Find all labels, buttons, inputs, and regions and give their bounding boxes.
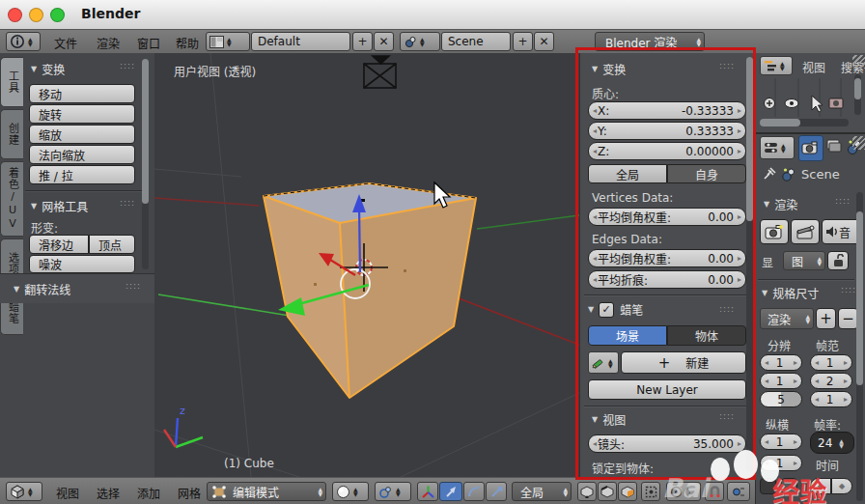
panel-header-transform[interactable]: ▼ 变换 [31, 61, 65, 77]
translate-manipulator-button[interactable] [439, 482, 462, 501]
increment-arrow-icon[interactable]: ▸ [737, 275, 742, 284]
tab-create[interactable]: 创建 [0, 109, 23, 159]
outliner-scrollbar-thumb[interactable] [854, 78, 861, 99]
median-y-slider[interactable]: ◂ Y: 0.33333 ▸ [588, 122, 746, 140]
resolution-x-field[interactable]: ◂1▸ [760, 354, 802, 371]
vertex-bevel-weight-slider[interactable]: ◂ 平均倒角权重: 0.00 ▸ [588, 208, 746, 226]
panel-header-dimensions[interactable]: ▼ 规格尺寸 [762, 285, 819, 301]
npanel-scrollbar[interactable] [746, 57, 753, 472]
close-layout-button[interactable]: ✕ [374, 32, 394, 51]
pivot-point-dropdown[interactable]: ▲▼ [375, 482, 411, 501]
menu-render[interactable]: 渲染 [93, 35, 124, 51]
noise-button[interactable]: 噪波 [29, 255, 135, 273]
outliner-type-selector[interactable]: ▲▼ [760, 56, 793, 75]
grease-pencil-checkbox[interactable]: ✓ [599, 302, 614, 318]
toolshelf-scrollbar-thumb[interactable] [142, 59, 149, 204]
menu-view[interactable]: 视图 [52, 485, 83, 501]
scene-name-field[interactable]: Scene [441, 32, 511, 51]
increment-arrow-icon[interactable]: ▸ [737, 147, 742, 155]
resolution-y-field[interactable]: ◂1▸ [760, 373, 802, 389]
panel-grip-icon[interactable]: :::: [126, 281, 141, 291]
render-image-button[interactable] [760, 219, 789, 244]
render-engine-dropdown[interactable]: Blender 渲染 ▲▼ [595, 32, 705, 51]
manipulator-toggle-button[interactable] [417, 482, 438, 501]
render-preset-dropdown[interactable]: 渲染 ▲▼ [760, 308, 814, 329]
region-corner-widget[interactable] [852, 136, 865, 150]
increment-arrow-icon[interactable]: ▸ [843, 377, 849, 385]
panel-grip-icon[interactable]: :::: [120, 198, 135, 208]
display-mode-dropdown[interactable]: 图 ▲▼ [783, 251, 825, 270]
resolution-percentage-slider[interactable]: 5 [760, 391, 802, 407]
region-corner-widget[interactable] [852, 55, 865, 69]
slide-vertex-button[interactable]: 顶点 [89, 235, 135, 254]
camera-object[interactable] [364, 56, 396, 88]
grease-scene-tab[interactable]: 场景 [588, 325, 667, 346]
increment-arrow-icon[interactable]: ▸ [843, 395, 849, 404]
frame-step-field[interactable]: ◂1▸ [810, 391, 852, 407]
panel-grip-icon[interactable]: :::: [835, 196, 851, 206]
increment-arrow-icon[interactable]: ▸ [793, 358, 798, 367]
toolshelf-scrollbar[interactable] [142, 59, 149, 269]
slide-edge-button[interactable]: 滑移边 [29, 235, 89, 254]
panel-header-mesh-tools[interactable]: ▼ 网格工具 [31, 198, 88, 214]
menu-file[interactable]: 文件 [50, 35, 81, 51]
edge-bevel-weight-slider[interactable]: ◂ 平均倒角权重: 0.00 ▸ [588, 249, 746, 267]
global-toggle-button[interactable]: 全局 [588, 164, 667, 183]
outliner-menu-view[interactable]: 视图 [802, 59, 825, 75]
grease-object-tab[interactable]: 物体 [667, 325, 746, 346]
rotate-manipulator-button[interactable] [463, 482, 485, 501]
median-z-slider[interactable]: ◂ Z: 0.00000 ▸ [588, 142, 746, 160]
vertex-select-button[interactable] [577, 482, 597, 501]
panel-grip-icon[interactable]: :::: [719, 304, 735, 314]
close-scene-button[interactable]: ✕ [534, 32, 554, 51]
menu-mesh[interactable]: 网格 [174, 485, 205, 501]
panel-header-transform[interactable]: ▼ 变换 [592, 61, 626, 77]
frame-start-field[interactable]: ◂1▸ [810, 354, 852, 371]
frame-end-field[interactable]: ◂2▸ [810, 373, 852, 389]
menu-select[interactable]: 选择 [93, 485, 124, 501]
new-layer-button[interactable]: New Layer [588, 379, 746, 400]
shrink-fatten-button[interactable]: 法向缩放 [29, 145, 135, 164]
maximize-window-button[interactable] [50, 8, 65, 22]
menu-window[interactable]: 窗口 [133, 35, 164, 51]
push-pull-button[interactable]: 推 / 拉 [29, 165, 135, 184]
outliner-hscrollbar-thumb[interactable] [760, 119, 800, 126]
local-toggle-button[interactable]: 自身 [667, 164, 746, 183]
tab-render-layers[interactable] [823, 137, 844, 157]
add-scene-button[interactable]: + [513, 32, 533, 51]
npanel-scrollbar-thumb[interactable] [746, 57, 753, 221]
panel-header-grease-pencil[interactable]: ▼ ✓ 蜡笔 [588, 301, 643, 318]
rotate-button[interactable]: 旋转 [29, 104, 135, 124]
menu-help[interactable]: 帮助 [172, 35, 203, 51]
increment-arrow-icon[interactable]: ▸ [737, 254, 742, 263]
panel-grip-icon[interactable]: :::: [719, 61, 735, 70]
increment-arrow-icon[interactable]: ▸ [843, 358, 849, 367]
menu-add[interactable]: 添加 [133, 485, 164, 501]
tab-render-properties[interactable] [798, 135, 823, 161]
render-animation-button[interactable] [791, 219, 820, 244]
translate-button[interactable]: 移动 [29, 84, 135, 103]
increment-arrow-icon[interactable]: ▸ [737, 106, 742, 115]
transform-orientation-dropdown[interactable]: 全局 ▲▼ [512, 482, 572, 501]
mean-crease-slider[interactable]: ◂ 平均折痕: 0.00 ▸ [588, 270, 746, 289]
panel-grip-icon[interactable]: :::: [719, 411, 735, 421]
outliner-row-icons[interactable] [756, 78, 852, 117]
scale-button[interactable]: 缩放 [29, 125, 135, 144]
breadcrumb-scene[interactable]: Scene [801, 167, 840, 182]
outliner-scrollbar[interactable] [854, 74, 861, 115]
interaction-mode-dropdown[interactable]: 编辑模式 ▲▼ [207, 482, 326, 501]
panel-header-render[interactable]: ▼ 渲染 [764, 196, 797, 212]
tab-tools[interactable]: 工具 [0, 57, 23, 107]
editor-type-selector[interactable]: ▲▼ [6, 32, 41, 51]
panel-grip-icon[interactable]: :::: [841, 285, 856, 294]
layout-name-field[interactable]: Default [251, 32, 350, 51]
add-preset-button[interactable]: + [816, 308, 836, 329]
minimize-window-button[interactable] [29, 8, 43, 22]
add-layout-button[interactable]: + [352, 32, 373, 51]
grease-pencil-color-dropdown[interactable]: ▲▼ [588, 351, 619, 374]
increment-arrow-icon[interactable]: ▸ [793, 377, 798, 385]
panel-header-view[interactable]: ▼ 视图 [592, 411, 626, 428]
tab-shading-uv[interactable]: 着色/UV [0, 161, 23, 237]
screen-layout-selector[interactable]: ▲▼ [206, 32, 250, 51]
properties-type-selector[interactable]: ▲▼ [760, 136, 795, 159]
